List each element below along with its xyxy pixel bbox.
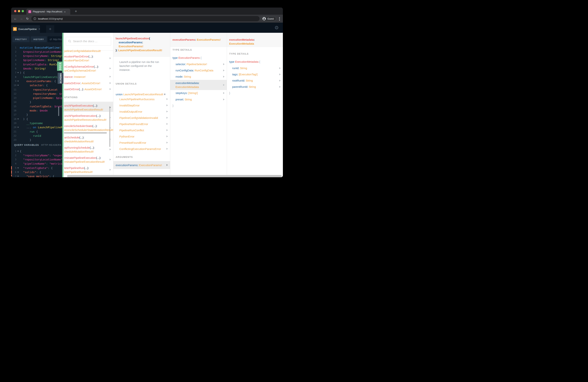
doc-item[interactable]: InvalidOutputError xyxy=(119,110,142,113)
doc-item[interactable]: nConfigSchemaOrError(...): xyxy=(64,65,99,68)
doc-item[interactable]: PythonError xyxy=(119,135,134,138)
doc-item[interactable]: ecutionPlanOrError(...): xyxy=(64,55,93,58)
doc-item[interactable]: stance: Instance! xyxy=(64,75,85,78)
fold-caret-icon[interactable] xyxy=(17,81,19,82)
playground-tab-close-icon[interactable]: × xyxy=(39,27,40,30)
window-close-button[interactable] xyxy=(14,10,16,12)
fold-caret-icon[interactable] xyxy=(17,168,19,169)
doc-item[interactable]: mode: String xyxy=(175,75,191,78)
doc-item[interactable]: aunchPipelineExecutionResult! xyxy=(64,108,103,111)
fold-caret-icon[interactable] xyxy=(17,119,19,119)
doc-item[interactable]: selector: PipelineSelector! xyxy=(175,63,207,66)
playground-new-tab-button[interactable]: + xyxy=(46,25,54,33)
doc-item[interactable]: runId: String xyxy=(232,67,247,70)
doc-item[interactable]: ): LaunchPipelineExecutionResult! xyxy=(116,49,162,52)
editor-scrollbar[interactable] xyxy=(58,106,59,116)
doc-item[interactable]: type ExecutionMetadata { xyxy=(229,60,260,63)
doc-item[interactable]: ConflictingExecutionParamsError xyxy=(119,147,161,150)
doc-item[interactable]: letePipelineRun(...): xyxy=(64,166,89,170)
doc-item[interactable]: cheduleMutationResult! xyxy=(64,150,94,153)
doc-item[interactable]: launcher configured on the xyxy=(119,64,152,67)
doc-item[interactable]: stepKeys: [String!] xyxy=(175,91,198,95)
tab-close-icon[interactable]: × xyxy=(64,10,66,13)
doc-item[interactable]: concileSchedulerState(...): xyxy=(64,124,97,127)
doc-item[interactable]: TYPE DETAILS xyxy=(172,48,192,51)
doc-item[interactable]: PipelineNotFoundError xyxy=(119,123,148,126)
doc-item[interactable]: PipelineRunConflict xyxy=(119,129,144,132)
docs-search-input[interactable]: Search the docs ... xyxy=(66,37,111,45)
doc-item[interactable]: InvalidStepError xyxy=(119,104,140,107)
doc-item[interactable]: ExecutionMetadata xyxy=(175,85,199,88)
doc-item[interactable]: TYPE DETAILS xyxy=(229,52,249,55)
doc-item[interactable]: rootRunId: String xyxy=(232,79,253,82)
doc-item[interactable]: parentRunId: String xyxy=(232,85,256,88)
fold-caret-icon[interactable] xyxy=(17,172,19,173)
doc-item[interactable]: econcileSchedulerStateMutationResult! xyxy=(64,128,113,131)
doc-item[interactable]: unchPipelineExecution(...): xyxy=(64,104,98,107)
doc-item[interactable]: ExecutionParams! xyxy=(119,45,143,48)
doc-item[interactable]: artSchedule(...): xyxy=(64,136,84,139)
browser-menu-button[interactable] xyxy=(279,17,280,21)
doc-item[interactable]: LaunchPipelineRunSuccess xyxy=(119,98,155,101)
playground-tab-executepipeline[interactable]: M ExecutePipeline × xyxy=(11,25,40,33)
info-icon[interactable] xyxy=(34,17,36,20)
docs-divider[interactable] xyxy=(62,33,63,177)
fold-caret-icon[interactable] xyxy=(17,127,19,128)
doc-item[interactable]: rminatePipelineExecution(...): xyxy=(64,156,101,159)
doc-item[interactable]: executionMetadata: xyxy=(229,38,255,41)
tab-http-headers[interactable]: HTTP HEADERS xyxy=(41,144,62,146)
doc-item[interactable]: instance. xyxy=(119,68,130,71)
doc-item[interactable]: executionMetadata: xyxy=(175,82,199,85)
doc-item[interactable]: UTATIONS xyxy=(64,95,78,99)
doc-item[interactable]: type ExecutionParams { xyxy=(172,56,202,59)
window-maximize-button[interactable] xyxy=(22,10,24,12)
doc-item[interactable]: unchPipelineReexecution(...): xyxy=(64,114,101,117)
history-button[interactable]: HISTORY xyxy=(31,36,47,42)
docs-list-hscrollbar[interactable] xyxy=(64,132,107,133)
tab-docs[interactable]: DOCS xyxy=(57,62,63,71)
doc-item[interactable]: executionParams: ExecutionParams! xyxy=(172,38,221,41)
doc-item[interactable]: Launch a pipeline run via the run xyxy=(119,60,159,64)
doc-item[interactable]: pelineConfigValidationResult! xyxy=(64,49,101,53)
back-button[interactable]: ← xyxy=(14,15,17,22)
new-tab-button[interactable]: + xyxy=(73,9,79,14)
doc-item[interactable]: opRunningSchedule(...): xyxy=(64,146,95,149)
doc-item[interactable]: executionParams: ExecutionParams! xyxy=(116,164,162,167)
docs-panel-hscrollbar[interactable] xyxy=(67,175,282,177)
doc-item[interactable]: rminatePipelineExecutionResult! xyxy=(64,160,105,163)
doc-item[interactable]: runConfigData: RunConfigData xyxy=(175,69,213,72)
doc-item[interactable]: union LaunchPipelineExecutionResult = xyxy=(116,93,166,96)
forward-button[interactable]: → xyxy=(20,15,23,22)
doc-item[interactable]: ARGUMENTS xyxy=(116,155,133,158)
doc-item[interactable]: launchPipelineExecution( xyxy=(116,37,150,40)
doc-item[interactable]: letePipelineRunResult! xyxy=(64,170,93,173)
fold-caret-icon[interactable] xyxy=(17,176,19,177)
doc-item[interactable]: aunchPipelineReexecutionResult! xyxy=(64,118,106,121)
endpoint-reload-icon[interactable]: ↺ xyxy=(49,38,52,41)
profile-button[interactable]: Guest xyxy=(261,16,276,21)
tab-query-variables[interactable]: QUERY VARIABLES xyxy=(14,144,39,146)
doc-item[interactable]: unConfigSchemaOrError! xyxy=(64,69,96,72)
doc-item[interactable]: UNION DETAILS xyxy=(116,82,137,85)
prettify-button[interactable]: PRETTIFY xyxy=(12,36,30,42)
doc-item[interactable]: } xyxy=(172,104,173,107)
reload-button[interactable]: ↻ xyxy=(26,15,29,22)
fold-caret-icon[interactable] xyxy=(17,72,19,73)
doc-item[interactable]: ExecutionMetadata xyxy=(229,42,254,45)
doc-item[interactable]: PresetNotFoundError xyxy=(119,141,146,144)
fold-caret-icon[interactable] xyxy=(17,85,19,86)
doc-item[interactable]: ssetsOrError: AssetsOrError! xyxy=(64,82,100,85)
tab-schema[interactable]: SCHEMA xyxy=(58,73,63,84)
doc-item[interactable]: } xyxy=(229,91,230,95)
fold-caret-icon[interactable] xyxy=(17,151,19,152)
docs-list-vscrollbar[interactable] xyxy=(109,106,110,147)
doc-item[interactable]: preset: String xyxy=(175,98,192,101)
doc-item[interactable]: PipelineConfigValidationInvalid xyxy=(119,116,158,119)
browser-tab[interactable]: Playground - http://localhost:3 × xyxy=(26,9,70,15)
doc-item[interactable]: tags: [ExecutionTag!] xyxy=(232,73,258,76)
doc-item[interactable]: ssetOrError(...): AssetOrError! xyxy=(64,87,102,91)
address-bar[interactable]: localhost:3333/graphql xyxy=(31,16,259,21)
doc-item[interactable]: executionParams: xyxy=(119,41,143,44)
window-minimize-button[interactable] xyxy=(18,10,20,12)
doc-item[interactable]: cheduleMutationResult! xyxy=(64,140,94,143)
